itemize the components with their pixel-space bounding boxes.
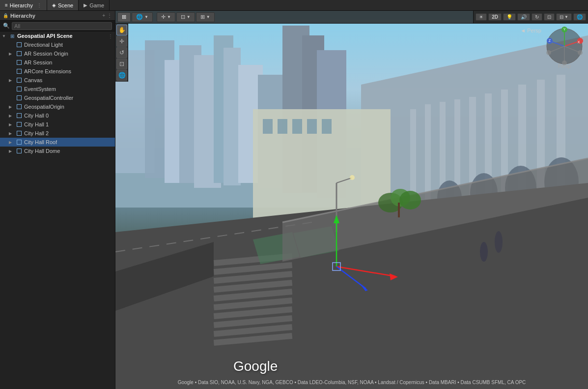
tree-cube-ch1 <box>16 121 23 128</box>
hierarchy-tab-group: ≡ Hierarchy ⋮ <box>0 0 47 10</box>
search-input[interactable] <box>12 22 112 30</box>
google-watermark: Google <box>233 359 278 374</box>
overlay-btn[interactable]: ⊡ <box>544 13 555 21</box>
tree-item-ar-session[interactable]: ▶ AR Session <box>0 58 115 67</box>
tree-arrow-ch1: ▶ <box>9 122 16 127</box>
hierarchy-add-btn[interactable]: + <box>102 13 105 18</box>
tree-arrow-chd: ▶ <box>9 149 16 153</box>
tree-item-cityhallroof[interactable]: ▶ City Hall Roof <box>0 138 115 147</box>
audio-btn[interactable]: 🔊 <box>517 13 530 21</box>
svg-point-78 <box>546 50 551 55</box>
scene-btn-move[interactable]: ✛ ▼ <box>157 12 175 22</box>
2d-btn[interactable]: 2D <box>488 13 502 21</box>
scene-btn-rect[interactable]: ⊡ ▼ <box>176 12 195 22</box>
tree-label-as: AR Session <box>24 60 52 65</box>
scene-tab-icon: ◈ <box>52 2 56 8</box>
tree-label-canvas: Canvas <box>24 77 42 83</box>
light-btn[interactable]: 💡 <box>503 13 516 21</box>
axis-gizmo[interactable]: X Y Z Persp <box>545 27 584 66</box>
cube-icon-ch1 <box>17 122 22 127</box>
scene-tab[interactable]: ◈ Scene <box>47 0 79 10</box>
svg-rect-30 <box>278 119 287 134</box>
tree-item-cityhall2[interactable]: ▶ City Hall 2 <box>0 129 115 138</box>
tree-label-aso: AR Session Origin <box>24 51 68 57</box>
svg-rect-33 <box>322 119 332 134</box>
tree-item-cityhall0[interactable]: ▶ City Hall 0 <box>0 111 115 120</box>
cube-icon-ch0 <box>17 113 22 118</box>
svg-point-82 <box>578 50 583 55</box>
aspect-label: ⊟ <box>560 14 563 20</box>
tool-hand[interactable]: ✋ <box>116 25 127 35</box>
svg-point-53 <box>399 191 421 209</box>
aspect-dropdown: ▼ <box>564 15 568 19</box>
hierarchy-header-right: + ⋮ <box>102 13 112 18</box>
shading-btn[interactable]: ☀ <box>476 13 487 21</box>
tree-arrow-ch2: ▶ <box>9 131 16 136</box>
cube-icon-es <box>17 87 22 91</box>
tree-cube-aso <box>16 50 23 57</box>
tool-move[interactable]: ✛ <box>116 36 127 47</box>
tree-item-geospatial-api-scene[interactable]: ▼ ⊞ Geospatial API Scene ⋮ <box>0 31 115 40</box>
svg-text:X: X <box>578 40 580 44</box>
tree-item-ar-session-origin[interactable]: ▶ AR Session Origin <box>0 49 115 58</box>
scene-btn-globe[interactable]: 🌐 ▼ <box>132 12 153 22</box>
tree-item-geospatialcontroller[interactable]: ▶ GeospatialController <box>0 93 115 102</box>
svg-rect-31 <box>292 119 302 134</box>
tree-cube-chd <box>16 148 23 154</box>
tree-cube-canvas <box>16 77 23 84</box>
tree-item-canvas[interactable]: ▶ Canvas <box>0 76 115 85</box>
cube-icon-aso <box>17 51 22 56</box>
globe-icon: 🌐 <box>136 14 143 20</box>
tree-cube-ch0 <box>16 112 23 119</box>
tree-item-geospatialorigin[interactable]: ▶ GeospatialOrigin <box>0 102 115 111</box>
tree-label-ch2: City Hall 2 <box>24 130 49 136</box>
rect-icon: ⊡ <box>181 14 185 20</box>
tree-cube-gc <box>16 94 23 101</box>
svg-point-58 <box>480 242 488 262</box>
svg-text:Z: Z <box>549 39 551 42</box>
tree-item-directional-light[interactable]: ▶ Directional Light <box>0 40 115 49</box>
tool-palette: ✋ ✛ ↺ ⊡ 🌐 <box>115 24 128 82</box>
cube-icon-ch2 <box>17 131 22 136</box>
aspect-btn[interactable]: ⊟ ▼ <box>556 13 572 21</box>
tree-cube-chr <box>16 139 23 146</box>
tool-globe[interactable]: 🌐 <box>116 70 127 81</box>
move-icon: ✛ <box>161 14 166 20</box>
tool-scale[interactable]: ⊡ <box>116 59 127 69</box>
hierarchy-panel-header: 🔒 Hierarchy + ⋮ <box>0 11 115 21</box>
tree-cube-as <box>16 59 23 66</box>
tree-item-eventsystem[interactable]: ▶ EventSystem <box>0 85 115 93</box>
game-tab[interactable]: ▶ Game <box>79 0 110 10</box>
svg-point-59 <box>495 231 503 253</box>
persp-label: ◄ Persp <box>520 28 541 33</box>
scene-btn-draw[interactable]: ⊞ <box>117 12 131 22</box>
cube-icon-canvas <box>17 78 22 83</box>
hierarchy-options-btn[interactable]: ⋮ <box>107 13 112 18</box>
tree-label-chd: City Hall Dome <box>24 148 60 154</box>
tree-cube-geospatial: ⊞ <box>9 32 16 39</box>
tree-arrow-chr: ▶ <box>9 140 16 145</box>
scene-ellipsis-btn[interactable]: ⋮ <box>108 33 115 39</box>
hierarchy-tab-options[interactable]: ⋮ <box>37 2 42 8</box>
tree-item-cityhall1[interactable]: ▶ City Hall 1 <box>0 120 115 129</box>
game-tab-label: Game <box>89 2 104 8</box>
tree-label-gc: GeospatialController <box>24 95 73 101</box>
tree-item-cityhalldome[interactable]: ▶ City Hall Dome <box>0 147 115 155</box>
tree-label-dl: Directional Light <box>24 42 63 48</box>
cube-icon-chd <box>17 149 22 153</box>
fx-btn[interactable]: ↻ <box>532 13 542 21</box>
svg-point-57 <box>350 175 355 180</box>
tree-arrow-geospatial: ▼ <box>2 34 9 38</box>
tree-cube-ch2 <box>16 130 23 137</box>
tree-item-arcore[interactable]: ▶ ARCore Extensions <box>0 67 115 76</box>
render-btn[interactable]: 🌐 <box>573 13 586 21</box>
hierarchy-tab[interactable]: ≡ Hierarchy ⋮ <box>0 0 47 10</box>
scene-view[interactable]: ⊞ 🌐 ▼ ✛ ▼ ⊡ ▼ ⊞ ▼ ☀ 2D 💡 <box>115 11 588 389</box>
tree-cube-dl <box>16 41 23 48</box>
tree-label-ch1: City Hall 1 <box>24 121 49 127</box>
scene-btn-scale[interactable]: ⊞ ▼ <box>196 12 215 22</box>
tool-rotate[interactable]: ↺ <box>116 47 127 58</box>
scene-tab-label: Scene <box>58 2 73 8</box>
move-dropdown: ▼ <box>167 15 171 19</box>
svg-rect-32 <box>307 119 317 134</box>
